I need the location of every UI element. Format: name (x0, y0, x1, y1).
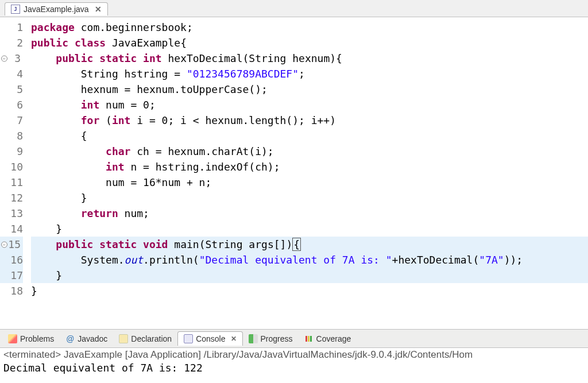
tab-coverage[interactable]: Coverage (299, 332, 357, 346)
file-tab-java-example[interactable]: J JavaExample.java ✕ (5, 2, 108, 16)
tab-label: Problems (20, 334, 54, 343)
coverage-icon (304, 334, 314, 343)
java-file-icon: J (11, 5, 20, 14)
declaration-icon (119, 334, 128, 343)
bottom-view-tabs: Problems @ Javadoc Declaration Console ✕… (0, 329, 588, 347)
code-content[interactable]: package com.beginnersbook;public class J… (29, 20, 588, 329)
code-line[interactable]: } (31, 221, 588, 237)
code-line[interactable]: } (31, 190, 588, 206)
code-line[interactable]: hexnum = hexnum.toUpperCase(); (31, 82, 588, 97)
fold-toggle-icon[interactable]: − (1, 241, 7, 247)
code-line[interactable]: } (31, 268, 588, 283)
line-number-gutter: 123−456789101112131415−161718 (0, 20, 29, 329)
line-number: 16 (0, 252, 23, 268)
code-line[interactable]: public static int hexToDecimal(String he… (31, 51, 588, 66)
line-number: 10 (0, 159, 23, 175)
line-number: 3− (0, 51, 23, 66)
fold-toggle-icon[interactable]: − (1, 55, 7, 61)
code-line[interactable]: public class JavaExample{ (31, 35, 588, 51)
line-number: 5 (0, 82, 23, 97)
close-icon[interactable]: ✕ (231, 335, 237, 343)
code-line[interactable]: System.out.println("Decimal equivalent o… (31, 252, 588, 268)
line-number: 13 (0, 206, 23, 221)
code-line[interactable]: int num = 0; (31, 97, 588, 113)
tab-javadoc[interactable]: @ Javadoc (60, 332, 113, 346)
tab-problems[interactable]: Problems (2, 332, 60, 346)
line-number: 15− (0, 237, 23, 252)
progress-icon (249, 334, 258, 343)
tab-label: Progress (261, 334, 293, 343)
code-line[interactable]: num = 16*num + n; (31, 175, 588, 190)
code-line[interactable]: String hstring = "0123456789ABCDEF"; (31, 66, 588, 82)
tab-declaration[interactable]: Declaration (113, 332, 177, 346)
code-line[interactable]: for (int i = 0; i < hexnum.length(); i++… (31, 113, 588, 128)
console-panel: <terminated> JavaExample [Java Applicati… (0, 347, 588, 383)
line-number: 6 (0, 97, 23, 113)
close-icon[interactable]: ✕ (95, 5, 102, 14)
line-number: 18 (0, 283, 23, 299)
code-line[interactable]: { (31, 128, 588, 144)
console-run-header: <terminated> JavaExample [Java Applicati… (3, 349, 585, 361)
code-line[interactable]: int n = hstring.indexOf(ch); (31, 159, 588, 175)
javadoc-icon: @ (65, 334, 75, 343)
file-tab-label: JavaExample.java (24, 5, 89, 14)
tab-console[interactable]: Console ✕ (177, 331, 242, 346)
code-line[interactable]: public static void main(String args[]){ (31, 237, 588, 252)
line-number: 17 (0, 268, 23, 283)
tab-label: Javadoc (78, 334, 107, 343)
tab-label: Coverage (316, 334, 351, 343)
line-number: 12 (0, 190, 23, 206)
line-number: 8 (0, 128, 23, 144)
code-editor[interactable]: 123−456789101112131415−161718 package co… (0, 17, 588, 329)
line-number: 2 (0, 35, 23, 51)
tab-label: Declaration (131, 334, 172, 343)
code-line[interactable]: package com.beginnersbook; (31, 20, 588, 35)
code-line[interactable]: } (31, 283, 588, 299)
problems-icon (8, 334, 17, 343)
tab-label: Console (196, 334, 225, 343)
line-number: 1 (0, 20, 23, 35)
tab-progress[interactable]: Progress (243, 332, 299, 346)
code-line[interactable]: char ch = hexnum.charAt(i); (31, 144, 588, 159)
line-number: 14 (0, 221, 23, 237)
console-icon (184, 334, 193, 343)
line-number: 4 (0, 66, 23, 82)
editor-tab-bar: J JavaExample.java ✕ (0, 0, 588, 17)
code-line[interactable]: return num; (31, 206, 588, 221)
line-number: 9 (0, 144, 23, 159)
line-number: 11 (0, 175, 23, 190)
line-number: 7 (0, 113, 23, 128)
console-output-line: Decimal equivalent of 7A is: 122 (3, 362, 585, 374)
